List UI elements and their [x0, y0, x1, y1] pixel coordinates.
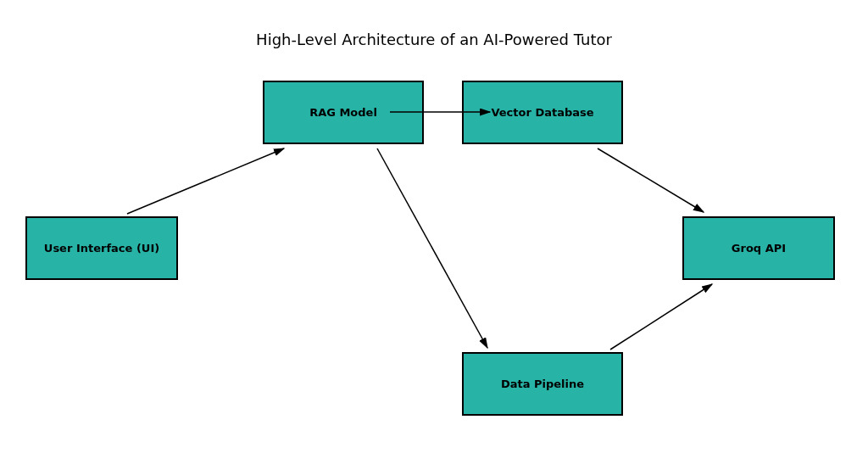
node-label: Groq API — [732, 242, 786, 255]
node-data-pipeline: Data Pipeline — [462, 352, 623, 416]
node-label: RAG Model — [309, 106, 377, 119]
node-vector-database: Vector Database — [462, 81, 623, 144]
node-label: Vector Database — [491, 106, 593, 119]
node-label: User Interface (UI) — [44, 242, 159, 255]
edge-ui-to-rag — [127, 148, 284, 214]
node-label: Data Pipeline — [501, 378, 584, 390]
node-rag-model: RAG Model — [263, 81, 424, 144]
diagram-title: High-Level Architecture of an AI-Powered… — [0, 31, 868, 48]
edge-vector-to-groq — [598, 148, 704, 212]
node-groq-api: Groq API — [682, 216, 835, 280]
edge-pipeline-to-groq — [610, 284, 712, 350]
node-user-interface: User Interface (UI) — [25, 216, 178, 280]
edge-rag-to-pipeline — [377, 148, 487, 348]
